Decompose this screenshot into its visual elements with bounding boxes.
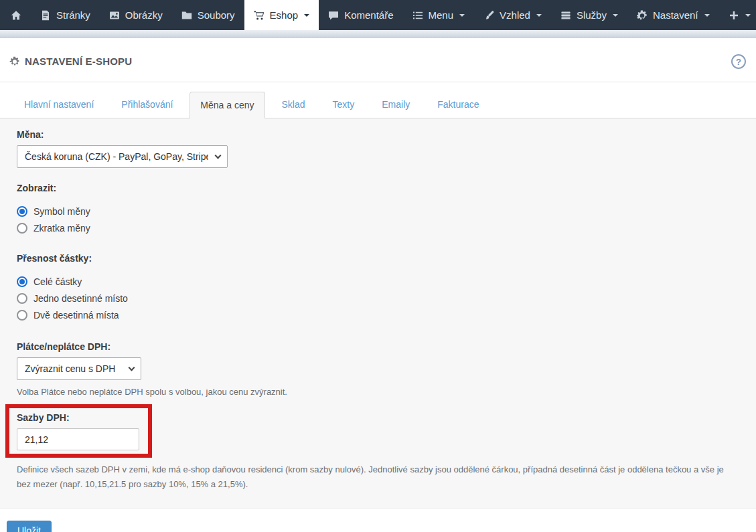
precision-label: Přesnost částky: (17, 253, 739, 264)
nav-item-menu[interactable]: Menu (403, 0, 475, 30)
precision-radio-group: Celé částky Jedno desetinné místo Dvě de… (17, 273, 739, 323)
radio-jedno-desetinne-misto[interactable]: Jedno desetinné místo (17, 290, 739, 306)
nav-item-label: Služby (577, 9, 607, 21)
page-title: NASTAVENÍ E-SHOPU (9, 56, 747, 67)
nav-item-label: Obrázky (125, 9, 163, 21)
vat-rates-help-text: Definice všech sazeb DPH v zemi, kde má … (17, 462, 739, 492)
tab-sklad[interactable]: Sklad (271, 91, 316, 118)
nav-item-label: Soubory (198, 9, 235, 21)
nav-item-label: Eshop (270, 9, 299, 21)
tab-hlavni-nastaveni[interactable]: Hlavní nastavení (13, 91, 104, 118)
currency-label: Měna: (17, 129, 739, 141)
chevron-down-icon (613, 14, 618, 17)
nav-item-label: Stránky (56, 9, 90, 21)
nav-item-label: Nastavení (653, 9, 698, 21)
images-icon (109, 10, 120, 21)
radio-dve-desetinna-mista[interactable]: Dvě desetinná místa (17, 306, 739, 323)
nav-item-label: Komentáře (344, 9, 393, 21)
chevron-down-icon (304, 14, 309, 17)
nav-item-label: Vzhled (500, 9, 530, 21)
display-radio-group: Symbol měny Zkratka měny (17, 203, 739, 236)
radio-button[interactable] (17, 206, 27, 217)
radio-symbol-meny[interactable]: Symbol měny (17, 203, 739, 219)
vat-payer-select-wrap: Zvýraznit cenu s DPH (17, 357, 141, 380)
tab-fakturace[interactable]: Fakturace (427, 91, 489, 118)
vat-rates-label: Sazby DPH: (17, 412, 141, 424)
brush-icon (483, 10, 494, 21)
display-label: Zobrazit: (17, 183, 739, 194)
nav-item-sluzby[interactable]: Služby (551, 0, 627, 30)
tab-emaily[interactable]: Emaily (371, 91, 421, 118)
nav-item-stranky[interactable]: Stránky (31, 0, 100, 30)
gear-icon (637, 10, 648, 21)
cart-icon (254, 10, 264, 21)
tab-prihlasovani[interactable]: Přihlašování (110, 91, 183, 118)
chevron-down-icon (536, 14, 542, 17)
folder-icon (181, 10, 192, 21)
radio-button[interactable] (17, 223, 27, 234)
nav-item-eshop[interactable]: Eshop (244, 0, 319, 30)
radio-button[interactable] (17, 310, 27, 321)
nav-item-obrazky[interactable]: Obrázky (100, 0, 172, 30)
plus-icon (729, 10, 739, 21)
save-button[interactable]: Uložit (7, 521, 52, 532)
nav-item-label: Menu (429, 9, 454, 21)
radio-cele-castky[interactable]: Celé částky (17, 273, 739, 290)
nav-item-nastaveni[interactable]: Nastavení (627, 0, 719, 30)
chevron-down-icon (704, 14, 710, 17)
gear-icon (9, 56, 19, 66)
radio-button[interactable] (17, 293, 27, 304)
services-icon (560, 10, 571, 21)
page-title-text: NASTAVENÍ E-SHOPU (25, 56, 132, 67)
nav-item-komentare[interactable]: Komentáře (319, 0, 402, 30)
pages-icon (40, 10, 51, 21)
nav-item-add[interactable] (719, 0, 756, 30)
vat-payer-label: Plátce/neplátce DPH: (17, 341, 739, 353)
highlight-box: Sazby DPH: (5, 404, 152, 458)
settings-tabbar: Hlavní nastavení Přihlašování Měna a cen… (0, 82, 756, 118)
chevron-down-icon (745, 14, 751, 17)
question-circle-icon[interactable]: ? (731, 54, 746, 69)
vat-payer-help-text: Volba Plátce nebo neplátce DPH spolu s v… (17, 385, 739, 400)
currency-select[interactable]: Česká koruna (CZK) - PayPal, GoPay, Stri… (17, 145, 228, 168)
navbar-bottom-strip (0, 30, 756, 38)
tab-mena-a-ceny[interactable]: Měna a ceny (190, 92, 264, 118)
currency-select-wrap: Česká koruna (CZK) - PayPal, GoPay, Stri… (17, 145, 228, 168)
vat-rates-input[interactable] (17, 428, 139, 450)
radio-zkratka-meny[interactable]: Zkratka měny (17, 219, 739, 236)
nav-item-soubory[interactable]: Soubory (172, 0, 244, 30)
home-icon (11, 10, 21, 21)
radio-button[interactable] (17, 276, 27, 287)
nav-item-home[interactable] (1, 0, 31, 30)
tab-texty[interactable]: Texty (322, 91, 366, 118)
vat-payer-select[interactable]: Zvýraznit cenu s DPH (17, 357, 141, 380)
top-navbar: Stránky Obrázky Soubory Eshop Komentáře … (0, 0, 756, 30)
nav-item-vzhled[interactable]: Vzhled (474, 0, 551, 30)
comment-icon (328, 10, 339, 21)
chevron-down-icon (459, 14, 465, 17)
page-header: NASTAVENÍ E-SHOPU ? (0, 38, 756, 82)
tab-content-panel: Měna: Česká koruna (CZK) - PayPal, GoPay… (0, 118, 756, 509)
menu-list-icon (412, 10, 423, 21)
